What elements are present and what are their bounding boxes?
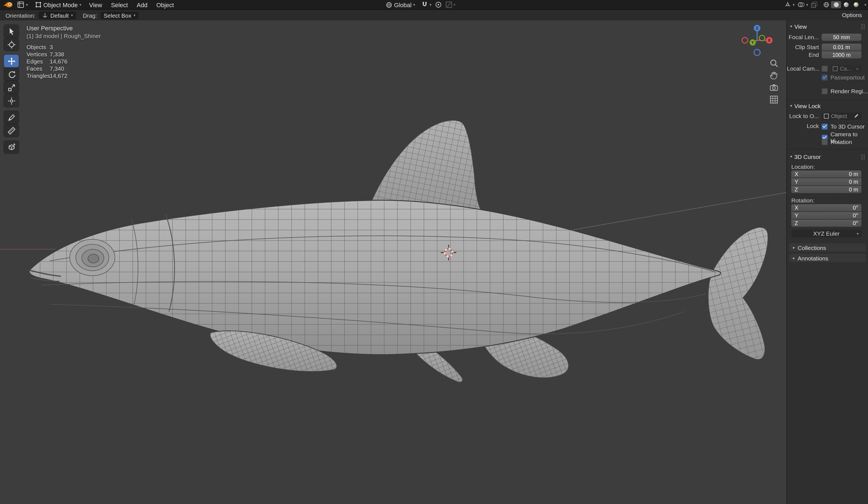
stat-triangles: Triangles14,672 — [27, 72, 101, 80]
shading-mode-switch — [821, 1, 862, 9]
navigation-gizmo[interactable]: Y Z X — [740, 23, 774, 58]
panel-open-chevron-icon: ▾ — [790, 103, 792, 108]
cursor-location-z[interactable]: Z0 m — [791, 186, 861, 193]
tool-annotate[interactable] — [4, 111, 19, 124]
axis-z-neg[interactable] — [754, 49, 760, 55]
shading-wireframe-button[interactable] — [822, 1, 831, 8]
menu-select[interactable]: Select — [107, 1, 132, 9]
panel-drag-dots-icon[interactable] — [861, 24, 866, 29]
drag-mode-dropdown[interactable]: Select Box ▾ — [101, 11, 139, 19]
snap-toggle[interactable]: ▾ — [421, 1, 432, 8]
shading-rendered-button[interactable] — [851, 1, 861, 8]
clip-end-field[interactable]: 1000 m — [822, 51, 861, 59]
axis-x-neg[interactable] — [742, 38, 748, 43]
panel-3d-cursor-header[interactable]: ▾ 3D Cursor — [790, 153, 821, 160]
top-menu-bar: ▾ Object Mode ▾ View Select Add Object G… — [0, 0, 868, 10]
ortho-grid-icon[interactable] — [769, 95, 778, 104]
shading-dropdown[interactable]: ▾ — [865, 3, 866, 7]
cursor-rotation-y[interactable]: Y0° — [791, 212, 861, 219]
editor-type-button[interactable]: ▾ — [14, 1, 31, 9]
camera-view-icon[interactable] — [769, 83, 778, 92]
xray-icon — [811, 1, 818, 8]
render-region-checkbox[interactable] — [822, 88, 828, 94]
lock-rotation-checkbox[interactable] — [822, 139, 828, 145]
blender-logo-icon[interactable] — [3, 1, 13, 8]
local-camera-checkbox[interactable] — [822, 66, 828, 72]
axis-y-neg[interactable] — [759, 35, 765, 41]
tool-scale[interactable] — [4, 81, 19, 94]
panel-open-chevron-icon: ▾ — [790, 24, 792, 28]
focal-length-row: Focal Len... 50 mm — [787, 34, 868, 41]
clip-start-field[interactable]: 0.01 m — [822, 44, 861, 51]
svg-text:X: X — [768, 38, 771, 42]
cursor-tool-icon — [7, 40, 16, 49]
move-icon — [7, 56, 16, 65]
focal-length-field[interactable]: 50 mm — [822, 34, 861, 41]
xray-toggle[interactable] — [811, 1, 818, 8]
fish-model[interactable] — [29, 120, 768, 382]
tool-shelf — [4, 25, 19, 154]
rendered-sphere-icon — [853, 2, 859, 8]
proportional-editing-toggle[interactable] — [435, 1, 442, 8]
eyedropper-icon[interactable] — [853, 113, 859, 119]
panel-drag-dots-icon[interactable] — [861, 154, 866, 160]
show-gizmo-dropdown[interactable]: ▾ — [784, 1, 795, 8]
lock-rotation-row: Rotation — [822, 138, 852, 145]
measure-ruler-icon — [7, 126, 16, 135]
clear-icon[interactable]: × — [856, 66, 859, 71]
local-camera-field[interactable]: Ca... × — [830, 65, 861, 72]
pan-hand-icon[interactable] — [769, 71, 778, 80]
passepartout-checkbox[interactable] — [822, 74, 828, 80]
tool-cursor[interactable] — [4, 38, 19, 51]
to-3d-cursor-checkbox[interactable] — [822, 123, 828, 130]
menu-add[interactable]: Add — [133, 1, 151, 9]
menu-object[interactable]: Object — [152, 1, 178, 9]
drag-mode-value: Select Box — [104, 12, 131, 19]
overlays-icon — [797, 1, 805, 8]
rotation-mode-dropdown[interactable]: XYZ Euler ▾ — [791, 229, 861, 237]
options-button[interactable]: Options — [838, 11, 866, 19]
orientation-value: Global — [394, 1, 412, 8]
panel-annotations[interactable]: ▸ Annotations — [789, 254, 866, 262]
tool-rotate[interactable] — [4, 68, 19, 81]
axis-icon — [42, 12, 48, 18]
panel-collections[interactable]: ▸ Collections — [789, 243, 866, 251]
panel-closed-chevron-icon: ▸ — [793, 256, 795, 260]
fish-eye — [70, 239, 115, 276]
transform-orientation-dropdown[interactable]: Global ▾ — [383, 1, 418, 9]
menu-view[interactable]: View — [85, 1, 106, 9]
cursor-rotation-z[interactable]: Z0° — [791, 219, 861, 227]
object-data-icon — [824, 114, 829, 119]
tool-select-box[interactable] — [4, 25, 19, 38]
tool-transform[interactable] — [4, 94, 19, 107]
viewport-3d[interactable]: User Perspective (1) 3d model | Rough_Sh… — [0, 20, 787, 504]
rotate-icon — [7, 70, 16, 79]
tool-move[interactable] — [4, 55, 19, 67]
cursor-location-x[interactable]: X0 m — [791, 171, 861, 178]
object-mode-icon — [34, 1, 42, 8]
passepartout-row: Passepartout — [822, 74, 865, 81]
mode-selector[interactable]: Object Mode ▾ — [32, 1, 84, 9]
location-label: Location: — [791, 163, 815, 170]
sidebar-n-panel: ▾ View Focal Len... 50 mm Clip Start 0.0… — [786, 20, 868, 504]
gizmo-icon — [784, 1, 792, 8]
shading-material-button[interactable] — [841, 1, 851, 8]
tool-add-cube[interactable] — [4, 141, 19, 153]
clip-end-row: End 1000 m — [787, 51, 868, 59]
svg-text:Z: Z — [756, 26, 758, 30]
tool-measure[interactable] — [4, 124, 19, 137]
proportional-falloff-dropdown[interactable]: ▾ — [445, 1, 455, 8]
panel-view-header[interactable]: ▾ View — [790, 23, 807, 30]
panel-view-lock-header[interactable]: ▾ View Lock — [790, 102, 820, 109]
show-overlays-dropdown[interactable]: ▾ — [797, 1, 808, 8]
lock-to-object-field[interactable]: Object — [822, 113, 861, 120]
orientation-globe-icon — [386, 1, 392, 8]
svg-text:Y: Y — [751, 40, 754, 45]
shading-solid-button[interactable] — [831, 1, 841, 8]
orientation-default-dropdown[interactable]: Default ▾ — [39, 11, 76, 19]
magnet-icon — [421, 1, 428, 8]
viewport-controls — [768, 59, 779, 104]
cursor-location-y[interactable]: Y0 m — [791, 178, 861, 185]
cursor-rotation-x[interactable]: X0° — [791, 204, 861, 211]
zoom-icon[interactable] — [769, 59, 778, 68]
